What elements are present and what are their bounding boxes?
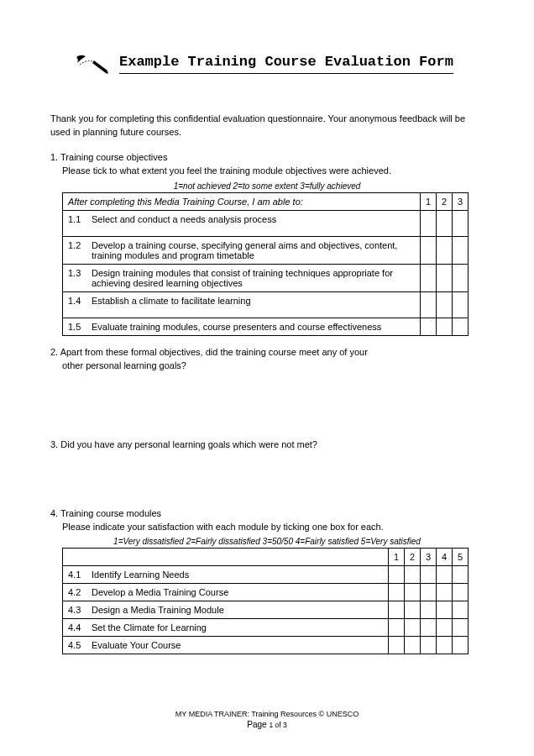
q4-label: 4. Training course modules Please indica…	[50, 507, 484, 534]
tick-cell[interactable]	[453, 566, 469, 584]
row-text: Evaluate training modules, course presen…	[85, 318, 421, 335]
page-value: 1 of 3	[269, 721, 286, 729]
col-2: 2	[437, 192, 453, 210]
table-row: 4.3 Design a Media Training Module	[63, 601, 469, 619]
tick-cell[interactable]	[405, 619, 421, 637]
tick-cell[interactable]	[421, 601, 437, 619]
row-idx: 4.5	[63, 637, 86, 654]
tick-cell[interactable]	[437, 566, 453, 584]
row-idx: 1.4	[63, 291, 86, 318]
row-idx: 4.1	[63, 566, 86, 584]
q2-text: Apart from these formal objectives, did …	[50, 347, 484, 373]
tick-cell[interactable]	[405, 637, 421, 654]
col-5: 5	[453, 549, 469, 566]
tick-cell[interactable]	[421, 619, 437, 637]
q4-header-blank	[63, 549, 389, 566]
q2-answer-space[interactable]	[50, 376, 484, 438]
row-idx: 1.3	[63, 264, 86, 291]
tick-cell[interactable]	[453, 619, 469, 637]
tick-cell[interactable]	[453, 236, 469, 264]
table-row: 1.5 Evaluate training modules, course pr…	[63, 318, 469, 335]
tick-cell[interactable]	[389, 619, 405, 637]
tick-cell[interactable]	[437, 236, 453, 264]
table-row: 4.4 Set the Climate for Learning	[63, 619, 469, 637]
row-text: Establish a climate to facilitate learni…	[85, 291, 421, 318]
tick-cell[interactable]	[421, 236, 437, 264]
tick-cell[interactable]	[405, 584, 421, 601]
table-row: 4.1 Identify Learning Needs	[63, 566, 469, 584]
pen-icon	[74, 52, 109, 76]
tick-cell[interactable]	[453, 210, 469, 236]
row-text: Evaluate Your Course	[85, 637, 389, 654]
tick-cell[interactable]	[389, 584, 405, 601]
row-idx: 1.5	[63, 318, 86, 335]
tick-cell[interactable]	[453, 318, 469, 335]
row-idx: 1.2	[63, 236, 86, 264]
page-label: Page	[247, 720, 266, 729]
q1-label: 1. Training course objectives Please tic…	[50, 151, 484, 178]
tick-cell[interactable]	[437, 619, 453, 637]
tick-cell[interactable]	[389, 601, 405, 619]
row-idx: 4.3	[63, 601, 86, 619]
col-2: 2	[405, 549, 421, 566]
row-text: Set the Climate for Learning	[85, 619, 389, 637]
tick-cell[interactable]	[453, 601, 469, 619]
col-3: 3	[453, 192, 469, 210]
tick-cell[interactable]	[437, 637, 453, 654]
tick-cell[interactable]	[405, 601, 421, 619]
page-number: Page 1 of 3	[0, 720, 534, 729]
row-idx: 4.2	[63, 584, 86, 601]
tick-cell[interactable]	[437, 210, 453, 236]
tick-cell[interactable]	[453, 264, 469, 291]
tick-cell[interactable]	[453, 637, 469, 654]
q1-header: After completing this Media Training Cou…	[63, 192, 421, 210]
header: Example Training Course Evaluation Form	[74, 52, 484, 76]
row-idx: 1.1	[63, 210, 86, 236]
tick-cell[interactable]	[421, 584, 437, 601]
row-text: Develop a training course, specifying ge…	[85, 236, 421, 264]
tick-cell[interactable]	[389, 566, 405, 584]
row-text: Identify Learning Needs	[85, 566, 389, 584]
tick-cell[interactable]	[405, 566, 421, 584]
tick-cell[interactable]	[421, 264, 437, 291]
table-row: 1.1 Select and conduct a needs analysis …	[63, 210, 469, 236]
q4-table: 1 2 3 4 5 4.1 Identify Learning Needs 4.…	[62, 548, 469, 654]
q3-label: 3. Did you have any personal learning go…	[50, 438, 484, 452]
table-header-row: After completing this Media Training Cou…	[63, 192, 469, 210]
tick-cell[interactable]	[421, 210, 437, 236]
q4-sub: Please indicate your satisfaction with e…	[62, 521, 484, 534]
tick-cell[interactable]	[421, 637, 437, 654]
col-1: 1	[421, 192, 437, 210]
row-idx: 4.4	[63, 619, 86, 637]
row-text: Design training modules that consist of …	[85, 264, 421, 291]
row-text: Design a Media Training Module	[85, 601, 389, 619]
tick-cell[interactable]	[437, 264, 453, 291]
q2-num: 2.	[50, 347, 58, 357]
q4-title: Training course modules	[60, 508, 161, 518]
tick-cell[interactable]	[437, 318, 453, 335]
table-row: 4.2 Develop a Media Training Course	[63, 584, 469, 601]
intro-text: Thank you for completing this confidenti…	[50, 113, 484, 139]
q1-num: 1.	[50, 152, 58, 162]
col-3: 3	[421, 549, 437, 566]
page-title: Example Training Course Evaluation Form	[119, 54, 453, 73]
row-text: Select and conduct a needs analysis proc…	[85, 210, 421, 236]
tick-cell[interactable]	[453, 584, 469, 601]
row-text: Develop a Media Training Course	[85, 584, 389, 601]
q2-label: 2. Apart from these formal objectives, d…	[50, 346, 484, 373]
tick-cell[interactable]	[437, 601, 453, 619]
q3-text: Did you have any personal learning goals…	[60, 439, 317, 449]
tick-cell[interactable]	[421, 318, 437, 335]
tick-cell[interactable]	[453, 291, 469, 318]
tick-cell[interactable]	[437, 584, 453, 601]
table-header-row: 1 2 3 4 5	[63, 549, 469, 566]
q1-legend: 1=not achieved 2=to some extent 3=fully …	[50, 181, 484, 191]
q3-answer-space[interactable]	[50, 455, 484, 507]
tick-cell[interactable]	[421, 291, 437, 318]
tick-cell[interactable]	[437, 291, 453, 318]
q1-table: After completing this Media Training Cou…	[62, 192, 469, 336]
tick-cell[interactable]	[389, 637, 405, 654]
tick-cell[interactable]	[421, 566, 437, 584]
footer-line: MY MEDIA TRAINER: Training Resources © U…	[0, 710, 534, 718]
table-row: 1.2 Develop a training course, specifyin…	[63, 236, 469, 264]
